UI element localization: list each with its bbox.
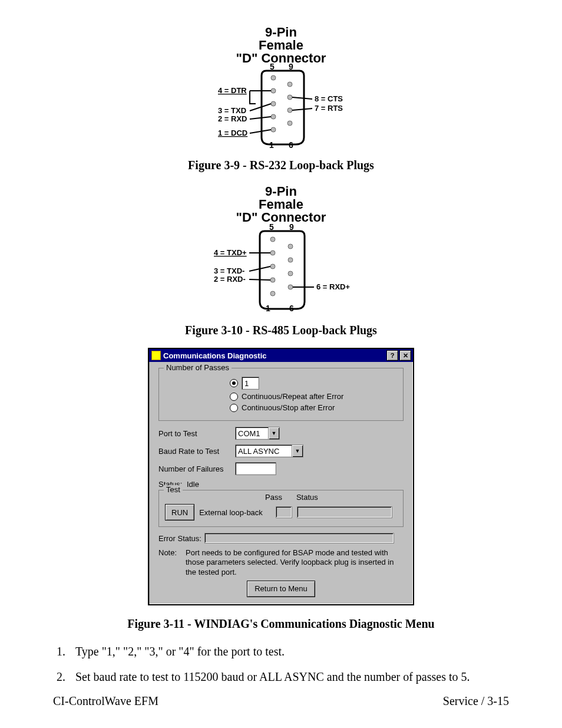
svg-text:6: 6	[289, 140, 293, 150]
radio-continuous-repeat[interactable]	[230, 393, 238, 401]
svg-text:2 = RXD-: 2 = RXD-	[214, 275, 246, 284]
run-status-field	[297, 506, 392, 518]
svg-text:1 = DCD: 1 = DCD	[218, 129, 247, 137]
note-text: Port needs to be configured for BSAP mod…	[186, 548, 404, 577]
svg-point-0	[271, 75, 276, 80]
svg-point-30	[270, 264, 275, 269]
run-button[interactable]: RUN	[165, 504, 194, 521]
svg-text:7 = RTS: 7 = RTS	[315, 104, 343, 113]
note-label: Note:	[158, 548, 180, 577]
svg-text:4 = DTR: 4 = DTR	[218, 86, 247, 95]
svg-text:8 = CTS: 8 = CTS	[315, 94, 343, 103]
svg-point-35	[288, 271, 293, 276]
svg-point-34	[288, 258, 293, 262]
svg-text:4 = TXD+: 4 = TXD+	[214, 248, 247, 257]
svg-point-1	[271, 88, 276, 93]
footer-doc-id: CI-ControlWave EFM	[53, 694, 158, 708]
svg-point-31	[270, 278, 275, 282]
baud-rate-label: Baud Rate to Test	[158, 447, 235, 456]
step-1: Type "1," "2," "3," or "4" for the port …	[68, 645, 509, 658]
status-value: Idle	[187, 480, 199, 489]
svg-text:1: 1	[266, 304, 270, 313]
connector-diagram-rs485: 9-Pin Female "D" Connector 5 9 1 6 4 = T…	[53, 183, 509, 315]
failures-label: Number of Failures	[158, 465, 235, 473]
app-icon	[151, 351, 161, 360]
chevron-down-icon[interactable]	[268, 427, 279, 439]
baud-select[interactable]: ALL ASYNC	[235, 444, 303, 457]
svg-point-33	[288, 244, 293, 249]
passes-input[interactable]: 1	[242, 377, 259, 390]
connector-diagram-rs232: 9-Pin Female "D" Connector 5 9 1 6 4 = D…	[53, 24, 509, 150]
radio-continuous-stop[interactable]	[230, 404, 238, 412]
dialog-title: Communications Diagnostic	[163, 351, 267, 360]
failures-field	[235, 462, 276, 475]
radio-continuous-stop-label: Continuous/Stop after Error	[242, 403, 335, 412]
communications-diagnostic-dialog: Communications Diagnostic ? ✕ Number of …	[148, 348, 414, 605]
run-test-label: External loop-back	[199, 508, 263, 517]
radio-fixed-passes[interactable]	[230, 379, 238, 387]
group-number-of-passes: Number of Passes 1 Continuous/Repeat aft…	[158, 368, 404, 421]
svg-line-43	[249, 279, 270, 280]
svg-text:9: 9	[289, 62, 293, 71]
group-passes-legend: Number of Passes	[164, 363, 232, 372]
group-test: Test Pass Status RUN External loop-back	[158, 490, 404, 527]
port-select[interactable]: COM1	[235, 427, 280, 440]
svg-point-6	[287, 95, 292, 100]
svg-text:5: 5	[270, 62, 275, 71]
footer-page: Service / 3-15	[443, 694, 509, 708]
figure-caption-3-10: Figure 3-10 - RS-485 Loop-back Plugs	[53, 324, 509, 337]
instruction-list: Type "1," "2," "3," or "4" for the port …	[53, 645, 509, 684]
figure-caption-3-9: Figure 3-9 - RS-232 Loop-back Plugs	[53, 159, 509, 172]
svg-text:"D" Connector: "D" Connector	[236, 210, 326, 225]
dialog-titlebar[interactable]: Communications Diagnostic ? ✕	[149, 349, 413, 362]
svg-point-7	[287, 108, 292, 113]
conn1-title3: "D" Connector	[236, 51, 326, 65]
return-to-menu-button[interactable]: Return to Menu	[247, 581, 315, 597]
figure-caption-3-11: Figure 3-11 - WINDIAG's Communications D…	[53, 617, 509, 631]
help-button[interactable]: ?	[386, 350, 398, 361]
svg-text:1: 1	[269, 140, 274, 150]
svg-point-2	[271, 101, 276, 106]
svg-point-32	[270, 291, 275, 296]
chevron-down-icon[interactable]	[292, 445, 303, 457]
svg-point-28	[270, 237, 275, 242]
error-status-field	[204, 533, 394, 543]
svg-text:3 = TXD-: 3 = TXD-	[214, 266, 244, 275]
svg-text:6 = RXD+: 6 = RXD+	[316, 282, 350, 291]
svg-point-3	[271, 114, 276, 119]
error-status-label: Error Status:	[158, 534, 204, 543]
svg-point-5	[287, 82, 292, 87]
svg-point-8	[287, 121, 292, 126]
svg-text:9: 9	[289, 222, 294, 232]
svg-text:2 = RXD: 2 = RXD	[218, 114, 247, 123]
col-status: Status	[296, 493, 318, 502]
close-button[interactable]: ✕	[399, 350, 411, 361]
svg-point-29	[270, 251, 275, 255]
svg-text:6: 6	[289, 304, 294, 313]
step-2: Set baud rate to test to 115200 baud or …	[68, 670, 509, 684]
run-pass-field	[276, 506, 292, 518]
group-test-legend: Test	[164, 485, 183, 494]
port-to-test-label: Port to Test	[158, 429, 235, 438]
svg-point-36	[288, 285, 293, 289]
svg-point-4	[271, 127, 276, 132]
radio-continuous-repeat-label: Continuous/Repeat after Error	[242, 392, 343, 401]
col-pass: Pass	[265, 493, 282, 502]
svg-text:3 = TXD: 3 = TXD	[218, 106, 246, 115]
svg-text:5: 5	[269, 222, 274, 232]
